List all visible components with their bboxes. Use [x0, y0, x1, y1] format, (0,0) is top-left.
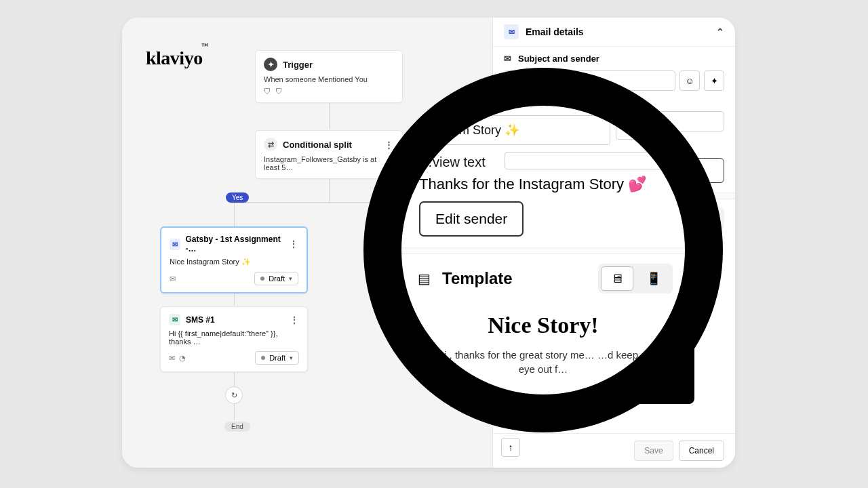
- status-dropdown[interactable]: Draft ▾: [254, 272, 298, 285]
- subject-sender-header[interactable]: ✉ Subject and sender: [493, 47, 735, 66]
- kebab-icon[interactable]: ⋮: [290, 315, 299, 325]
- trigger-title: Trigger: [283, 60, 313, 70]
- trigger-desc: When someone Mentioned You: [264, 75, 394, 83]
- status-label: Draft: [269, 354, 285, 362]
- brand-logo: klaviyo™: [146, 47, 209, 69]
- mail-icon: ✉: [504, 24, 519, 39]
- flow-trigger-card[interactable]: ✦ Trigger When someone Mentioned You ⛉ ⛉: [255, 50, 403, 103]
- split-title: Conditional split: [283, 140, 352, 150]
- mail-small-icon: ✉: [170, 274, 176, 283]
- sparkle-icon: ✦: [711, 76, 718, 86]
- sms-body: Hi {{ first_name|default:"there" }}, tha…: [169, 329, 299, 346]
- desktop-toggle[interactable]: 🖥: [673, 209, 696, 227]
- trigger-mini-icons: ⛉ ⛉: [264, 87, 394, 96]
- filter-icon: ⛉: [264, 87, 271, 96]
- flow-split-card[interactable]: ⇄ Conditional split ⋮ Instagram_Follower…: [255, 130, 403, 179]
- app-surface: klaviyo™ ✦ Trigger When someone Mentione…: [122, 18, 735, 468]
- email-title: Gatsby - 1st Assignment -…: [186, 235, 285, 253]
- template-preview[interactable]: Nice Story! Hi , thanks for the great st…: [493, 237, 735, 313]
- subject-sender-label: Subject and sender: [518, 54, 599, 64]
- kebab-icon[interactable]: ⋮: [384, 140, 394, 150]
- template-body-text: Hi , thanks for the great story mention …: [507, 282, 722, 305]
- template-header: ▤ Template 🖥 📱: [493, 199, 735, 237]
- preview-label: Preview text: [504, 99, 724, 108]
- chevron-up-icon[interactable]: ⌃: [716, 26, 724, 37]
- connector: [234, 202, 235, 228]
- scroll-up-button[interactable]: ↑: [501, 438, 520, 457]
- arrow-up-icon: ↑: [509, 442, 513, 453]
- status-dropdown[interactable]: Draft ▾: [255, 351, 299, 365]
- mobile-toggle[interactable]: 📱: [699, 209, 722, 227]
- split-desc: Instagram_Followers_Gatsby is at least 5…: [264, 155, 394, 171]
- device-toggle: 🖥 📱: [671, 207, 724, 229]
- edit-sender-button[interactable]: Edit sender: [504, 158, 724, 183]
- email-details-panel: ✉ Email details ⌃ ✉ Subject and sender ☺…: [492, 18, 735, 468]
- status-label: Draft: [269, 274, 285, 283]
- chevron-down-icon: ▾: [290, 354, 293, 361]
- sms-title: SMS #1: [186, 315, 215, 325]
- mail-icon: ✉: [170, 239, 180, 250]
- bolt-icon: ✦: [264, 58, 277, 71]
- save-button: Save: [634, 441, 673, 461]
- status-dot-icon: [261, 356, 265, 360]
- sms-icon: ✉: [169, 314, 180, 325]
- cancel-button[interactable]: Cancel: [679, 441, 724, 461]
- preview-value-text: Thanks for the Instagram Story 💕: [504, 136, 724, 148]
- desktop-icon: 🖥: [681, 214, 690, 224]
- chevron-down-icon: ▾: [289, 275, 292, 282]
- panel-footer: ↑ Save Cancel: [493, 433, 735, 468]
- flow-email-card[interactable]: ✉ Gatsby - 1st Assignment -… ⋮ Nice Inst…: [160, 226, 308, 293]
- emoji-button[interactable]: ☺: [679, 70, 700, 91]
- flow-end-pill: End: [224, 422, 250, 432]
- template-icon: ▤: [504, 211, 519, 226]
- connector: [234, 202, 424, 203]
- preview-input[interactable]: [504, 111, 724, 131]
- connector: [234, 404, 235, 420]
- filter-icon: ⛉: [275, 87, 283, 96]
- template-title: Nice Story!: [507, 255, 722, 275]
- envelope-icon: ✉: [504, 54, 511, 64]
- kebab-icon[interactable]: ⋮: [290, 239, 298, 249]
- clock-icon: ◔: [179, 354, 186, 363]
- preview-field-block: Preview text Thanks for the Instagram St…: [493, 95, 735, 152]
- split-icon: ⇄: [264, 138, 277, 151]
- status-dot-icon: [260, 277, 264, 281]
- email-subject: Nice Instagram Story ✨: [170, 258, 298, 266]
- connector: [329, 100, 330, 129]
- mail-small-icon: ✉: [169, 354, 175, 363]
- email-details-label: Email details: [526, 26, 584, 37]
- flow-loop-node[interactable]: ↻: [225, 386, 243, 404]
- subject-input[interactable]: [504, 70, 675, 91]
- yes-branch-pill: Yes: [226, 192, 249, 203]
- template-label: Template: [526, 211, 575, 225]
- panel-divider: [493, 192, 735, 199]
- ai-button[interactable]: ✦: [704, 70, 724, 91]
- flow-sms-card[interactable]: ✉ SMS #1 ⋮ Hi {{ first_name|default:"the…: [160, 306, 308, 372]
- mobile-icon: 📱: [705, 214, 716, 224]
- email-details-header[interactable]: ✉ Email details ⌃: [493, 18, 735, 47]
- subject-field-block: ☺ ✦: [493, 66, 735, 95]
- device-frame: klaviyo™ ✦ Trigger When someone Mentione…: [122, 18, 735, 468]
- smile-icon: ☺: [685, 76, 694, 86]
